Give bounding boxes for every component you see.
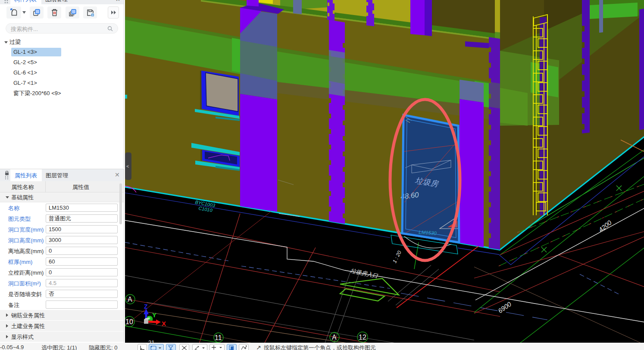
svg-text:垃圾房入口: 垃圾房入口 — [350, 267, 379, 279]
svg-text:Z: Z — [144, 303, 148, 310]
svg-text:A: A — [128, 296, 132, 303]
svg-text:4200: 4200 — [597, 219, 613, 234]
svg-text:12: 12 — [359, 334, 366, 341]
svg-text:21: 21 — [148, 339, 154, 343]
svg-text:10: 10 — [125, 318, 133, 325]
svg-text:11: 11 — [215, 334, 222, 341]
svg-text:1 : 20: 1 : 20 — [391, 250, 403, 264]
svg-text:X: X — [162, 320, 166, 327]
svg-text:Y: Y — [152, 311, 156, 319]
svg-text:<: < — [126, 164, 129, 169]
svg-text:A: A — [332, 334, 337, 341]
